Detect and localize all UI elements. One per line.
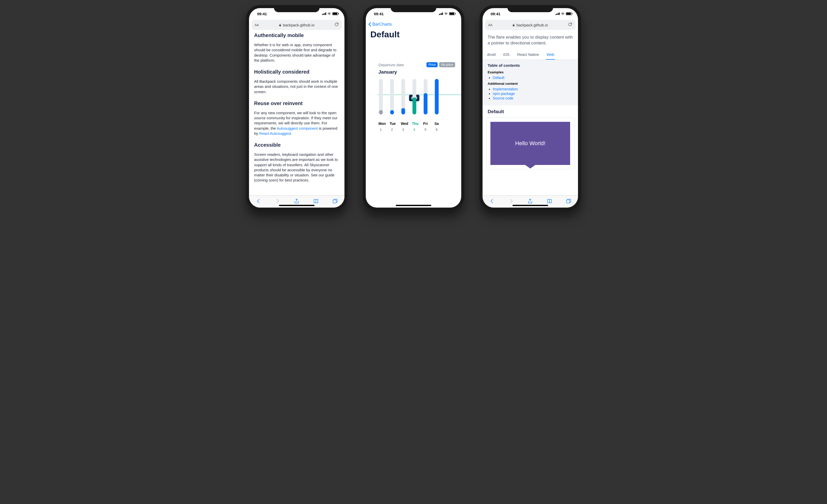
- share-button[interactable]: [294, 198, 299, 205]
- toc-link[interactable]: npm package: [493, 92, 515, 96]
- platform-tabs: droidiOSReact NativeWeb: [483, 51, 578, 60]
- tab-ios[interactable]: iOS: [502, 51, 510, 59]
- wifi-icon: [327, 12, 331, 15]
- link-autosuggest[interactable]: Autosuggest component: [277, 126, 318, 131]
- toc-link[interactable]: Implementation: [493, 87, 518, 91]
- text-size-button[interactable]: AA: [488, 23, 492, 27]
- toc-link[interactable]: Source code: [493, 96, 513, 100]
- legend-no-price: No price: [439, 62, 455, 67]
- reload-button[interactable]: [334, 22, 339, 28]
- para-reuse: For any new component, we will look to t…: [254, 110, 339, 136]
- bookmarks-button[interactable]: [313, 198, 319, 205]
- intro-text: The flare enables you to display content…: [483, 32, 578, 51]
- url-text: backpack.github.io: [517, 23, 548, 27]
- svg-rect-0: [333, 200, 336, 203]
- status-time: 09:41: [491, 12, 500, 16]
- heading-reuse: Reuse over reinvent: [254, 100, 339, 107]
- chart-month: January: [366, 68, 461, 79]
- para-accessible: Screen readers, keyboard navigation and …: [254, 152, 339, 183]
- wifi-icon: [444, 12, 448, 15]
- battery-icon: [332, 12, 338, 15]
- toc-link-source-code: Source code: [493, 96, 573, 100]
- page-content: Authentically mobile Whether it is for w…: [249, 32, 344, 195]
- axis-wed: Wed3: [401, 121, 405, 132]
- heading-accessible: Accessible: [254, 142, 339, 148]
- reload-button[interactable]: [568, 22, 572, 28]
- page-title: Default: [366, 30, 461, 42]
- bar-thu[interactable]: £20: [412, 79, 417, 119]
- status-time: 09:41: [374, 12, 384, 16]
- share-button[interactable]: [527, 198, 533, 205]
- tab-web[interactable]: Web: [546, 51, 555, 60]
- back-button[interactable]: [489, 198, 495, 205]
- example-card: Hello World!: [486, 117, 574, 169]
- home-indicator: [279, 205, 314, 206]
- svg-rect-1: [567, 200, 570, 203]
- status-time: 09:41: [257, 12, 267, 16]
- cellular-icon: [556, 12, 560, 15]
- axis-thu: Thu4: [412, 121, 417, 132]
- page-content: The flare enables you to display content…: [483, 32, 578, 195]
- heading-mobile: Authentically mobile: [254, 32, 339, 39]
- tabs-button[interactable]: [566, 198, 571, 205]
- safari-url-bar[interactable]: AA backpack.github.io: [251, 20, 342, 30]
- home-indicator: [513, 205, 548, 206]
- toc-link[interactable]: Default: [493, 75, 504, 80]
- phone-middle: 09:41 BarCharts Default Departure date P…: [363, 5, 464, 211]
- para-holistic: All Backpack components should work in m…: [254, 79, 339, 94]
- toc-additional-heading: Additional content: [488, 82, 573, 86]
- home-indicator: [396, 205, 431, 206]
- forward-button[interactable]: [275, 198, 281, 205]
- cellular-icon: [439, 12, 443, 15]
- cellular-icon: [322, 12, 327, 15]
- battery-icon: [449, 12, 455, 15]
- heading-holistic: Holistically considered: [254, 68, 339, 75]
- text-size-button[interactable]: AA: [255, 23, 259, 27]
- bar-sa[interactable]: [434, 79, 439, 119]
- chevron-left-icon: [368, 22, 371, 27]
- battery-icon: [566, 12, 572, 15]
- bar-mon[interactable]: [379, 79, 383, 119]
- axis-sa: Sa6: [434, 121, 439, 132]
- tabs-button[interactable]: [332, 198, 338, 205]
- axis-mon: Mon1: [379, 121, 383, 132]
- para-mobile: Whether it is for web or app, every comp…: [254, 42, 339, 63]
- bookmarks-button[interactable]: [546, 198, 552, 205]
- back-button[interactable]: [256, 198, 261, 205]
- axis-tue: Tue2: [390, 121, 394, 132]
- url-text: backpack.github.io: [283, 23, 314, 27]
- bar-fri[interactable]: [423, 79, 428, 119]
- phone-left: 09:41 AA backpack.github.io Authenticall…: [246, 5, 347, 211]
- tab-react-native[interactable]: React Native: [517, 51, 539, 59]
- toc-link-default: Default: [493, 75, 573, 80]
- section-title: Default: [483, 105, 578, 117]
- nav-back[interactable]: BarCharts: [366, 19, 461, 30]
- toc-title: Table of contents: [488, 63, 573, 68]
- bar-chart[interactable]: £20: [366, 79, 461, 119]
- safari-url-bar[interactable]: AA backpack.github.io: [485, 20, 576, 30]
- phone-right: 09:41 AA backpack.github.io The flare en…: [480, 5, 581, 211]
- forward-button[interactable]: [508, 198, 514, 205]
- chart-area: Departure date Price No price January £2…: [366, 42, 461, 208]
- flare-component: Hello World!: [490, 122, 570, 165]
- table-of-contents: Table of contents Examples Default Addit…: [483, 60, 578, 105]
- chart-label: Departure date: [379, 63, 404, 67]
- lock-icon: [512, 23, 515, 27]
- toc-link-implementation: Implementation: [493, 87, 573, 91]
- lock-icon: [279, 23, 282, 27]
- toc-link-npm-package: npm package: [493, 92, 573, 96]
- axis-fri: Fri5: [423, 121, 428, 132]
- wifi-icon: [561, 12, 565, 15]
- nav-back-label: BarCharts: [372, 22, 392, 27]
- tab-droid[interactable]: droid: [487, 51, 496, 59]
- legend-price: Price: [427, 62, 438, 67]
- link-react-autosuggest[interactable]: React Autosuggest: [259, 131, 291, 136]
- flare-text: Hello World!: [515, 140, 545, 147]
- bar-wed[interactable]: [401, 79, 405, 119]
- toc-examples-heading: Examples: [488, 70, 573, 74]
- bar-tue[interactable]: [390, 79, 394, 119]
